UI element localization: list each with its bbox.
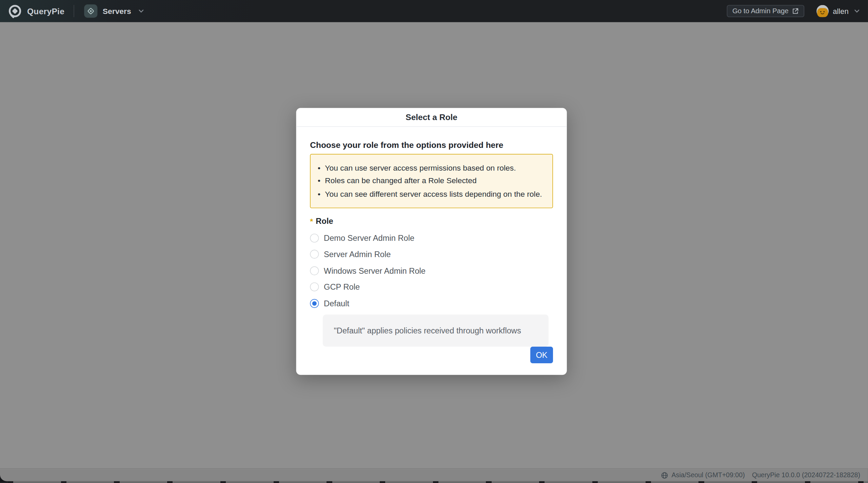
role-option-server-admin-role[interactable]: Server Admin Role [310, 248, 553, 261]
nav-servers-label: Servers [103, 7, 131, 16]
callout-item: You can see different server access list… [317, 188, 544, 200]
modal-body: Choose your role from the options provid… [296, 127, 567, 375]
go-to-admin-page-label: Go to Admin Page [732, 7, 789, 15]
select-role-modal: Select a Role Choose your role from the … [296, 108, 567, 375]
timezone-indicator[interactable]: Asia/Seoul (GMT+09:00) [661, 471, 745, 479]
chevron-down-icon [138, 8, 144, 15]
version-indicator: QueryPie 10.0.0 (20240722-182828) [752, 471, 860, 479]
role-option-label: Default [324, 299, 349, 308]
callout-item: You can use server access permissions ba… [317, 161, 544, 174]
querypie-logo-icon [8, 4, 22, 18]
external-link-icon [792, 8, 799, 15]
user-name[interactable]: allen [833, 7, 849, 15]
servers-icon [84, 4, 98, 18]
modal-title: Select a Role [406, 112, 457, 122]
role-option-label: Demo Server Admin Role [324, 234, 414, 243]
status-bar: Asia/Seoul (GMT+09:00) QueryPie 10.0.0 (… [0, 468, 868, 481]
radio-icon[interactable] [310, 266, 319, 275]
callout-list: You can use server access permissions ba… [317, 161, 544, 200]
brand-name: QueryPie [27, 6, 64, 16]
default-role-note: "Default" applies policies received thro… [323, 314, 549, 347]
navbar-left: QueryPie Servers [8, 4, 144, 18]
role-option-default[interactable]: Default [310, 296, 553, 310]
radio-selected-icon[interactable] [310, 299, 319, 308]
required-asterisk: * [310, 216, 313, 225]
modal-footer: OK [310, 347, 553, 363]
radio-icon[interactable] [310, 250, 319, 259]
user-chevron-down-icon[interactable] [853, 8, 860, 15]
timezone-label: Asia/Seoul (GMT+09:00) [672, 471, 745, 479]
role-option-label: GCP Role [324, 283, 360, 291]
role-option-windows-server-admin-role[interactable]: Windows Server Admin Role [310, 264, 553, 277]
role-option-label: Server Admin Role [324, 250, 391, 259]
navbar-divider [74, 5, 75, 17]
role-label-text: Role [316, 216, 333, 225]
globe-icon [661, 471, 668, 479]
nav-servers-menu[interactable]: Servers [84, 4, 144, 18]
callout-item: Roles can be changed after a Role Select… [317, 174, 544, 187]
version-label: QueryPie 10.0.0 (20240722-182828) [752, 471, 860, 479]
radio-icon[interactable] [310, 234, 319, 243]
info-callout: You can use server access permissions ba… [310, 154, 553, 208]
navbar-right: Go to Admin Page allen [727, 5, 860, 17]
go-to-admin-page-button[interactable]: Go to Admin Page [727, 5, 805, 17]
top-navbar: QueryPie Servers Go to Admin Page [0, 0, 868, 22]
role-option-demo-server-admin-role[interactable]: Demo Server Admin Role [310, 232, 553, 245]
modal-heading: Choose your role from the options provid… [310, 140, 553, 149]
role-option-label: Windows Server Admin Role [324, 266, 426, 275]
bottom-edge [8, 481, 868, 483]
screen: QueryPie Servers Go to Admin Page [0, 0, 868, 483]
role-field-label: * Role [310, 216, 553, 225]
ok-button[interactable]: OK [530, 347, 553, 363]
role-option-gcp-role[interactable]: GCP Role [310, 280, 553, 293]
role-radio-group: Demo Server Admin RoleServer Admin RoleW… [310, 232, 553, 313]
user-avatar[interactable] [817, 5, 829, 17]
modal-header: Select a Role [296, 108, 567, 127]
radio-icon[interactable] [310, 283, 319, 291]
